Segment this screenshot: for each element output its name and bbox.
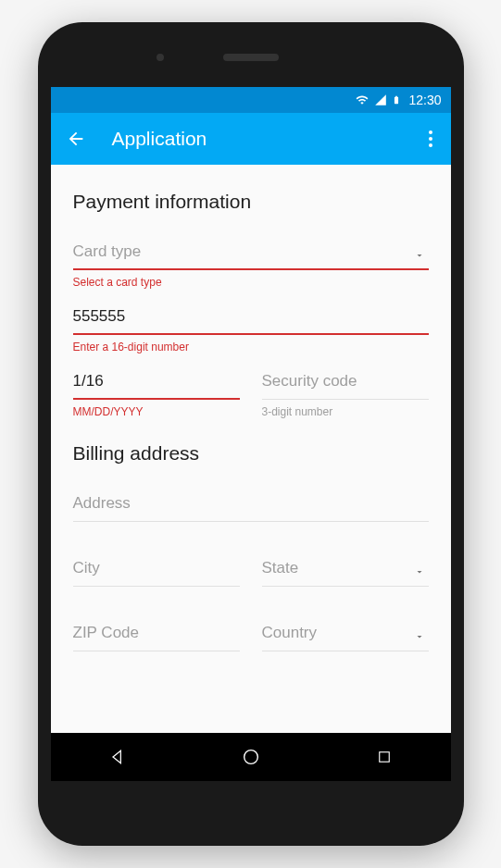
card-number-input[interactable]: 555555: [73, 304, 429, 335]
app-title: Application: [112, 128, 399, 150]
city-field[interactable]: City: [73, 555, 240, 587]
card-number-error: Enter a 16-digit number: [73, 341, 429, 355]
back-arrow-icon[interactable]: [66, 129, 86, 149]
content-area: Payment information Card type Select a c…: [51, 165, 451, 733]
country-select[interactable]: Country: [262, 620, 429, 651]
expiry-field[interactable]: 1/16: [73, 368, 240, 400]
chevron-down-icon: [414, 250, 425, 261]
nav-back-icon[interactable]: [99, 738, 136, 775]
speaker-grill: [223, 54, 279, 61]
city-input[interactable]: City: [73, 555, 240, 587]
security-code-field[interactable]: Security code: [262, 368, 429, 400]
address-field[interactable]: Address: [73, 490, 429, 522]
camera-dot: [157, 54, 164, 61]
navigation-bar: [51, 733, 451, 781]
app-bar: Application: [51, 113, 451, 165]
expiry-input[interactable]: 1/16: [73, 368, 240, 400]
battery-icon: [392, 93, 401, 107]
status-bar: 12:30: [51, 87, 451, 113]
state-helper: [262, 592, 429, 607]
chevron-down-icon: [414, 566, 425, 577]
cell-signal-icon: [373, 93, 388, 106]
nav-recent-icon[interactable]: [366, 738, 403, 775]
svg-rect-1: [379, 752, 389, 763]
expiry-helper: MM/DD/YYYY: [73, 405, 240, 420]
screen: 12:30 Application Payment information Ca…: [51, 87, 451, 781]
overflow-menu-icon[interactable]: [425, 123, 436, 155]
zip-field[interactable]: ZIP Code: [73, 620, 240, 651]
state-field[interactable]: State: [262, 555, 429, 587]
card-type-select[interactable]: Card type: [73, 239, 429, 270]
security-code-helper: 3-digit number: [262, 405, 429, 420]
address-input[interactable]: Address: [73, 490, 429, 522]
card-type-field[interactable]: Card type: [73, 239, 429, 270]
city-helper: [73, 592, 240, 607]
payment-heading: Payment information: [73, 191, 429, 213]
address-helper: [73, 527, 429, 542]
status-time: 12:30: [408, 93, 441, 107]
zip-input[interactable]: ZIP Code: [73, 620, 240, 651]
phone-frame: 12:30 Application Payment information Ca…: [38, 22, 464, 846]
card-number-field[interactable]: 555555: [73, 304, 429, 335]
svg-point-0: [244, 750, 257, 764]
card-type-error: Select a card type: [73, 276, 429, 291]
billing-heading: Billing address: [73, 442, 429, 465]
nav-home-icon[interactable]: [232, 738, 269, 775]
state-select[interactable]: State: [262, 555, 429, 587]
wifi-icon: [355, 93, 369, 106]
country-field[interactable]: Country: [262, 620, 429, 651]
security-code-input[interactable]: Security code: [262, 368, 429, 400]
chevron-down-icon: [414, 631, 425, 642]
